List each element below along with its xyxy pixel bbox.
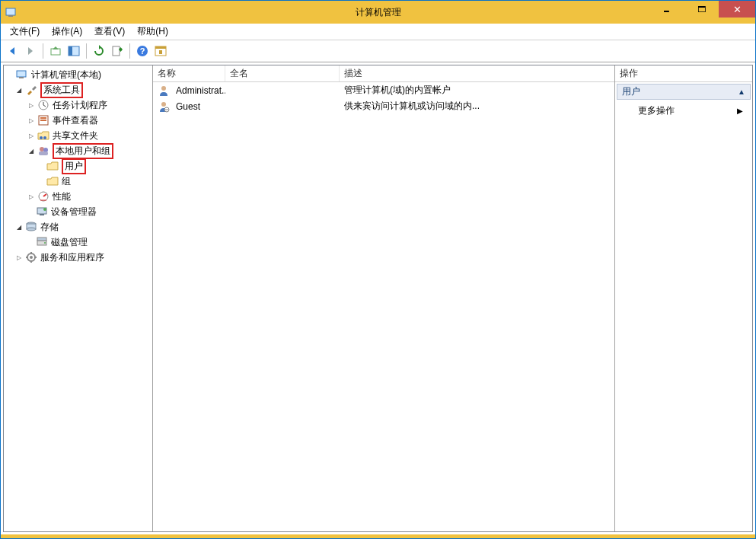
svg-point-18	[43, 136, 46, 139]
svg-rect-10	[159, 50, 162, 54]
svg-point-30	[44, 242, 46, 244]
tree-local-users-groups[interactable]: 本地用户和组	[53, 143, 113, 159]
col-description[interactable]: 描述	[340, 65, 614, 81]
tree-disk-management[interactable]: 磁盘管理	[51, 236, 88, 249]
svg-rect-12	[19, 77, 24, 78]
expand-toggle[interactable]	[27, 146, 36, 155]
svg-point-33	[30, 256, 33, 259]
chevron-right-icon: ▶	[737, 107, 743, 115]
tree-services-apps[interactable]: 服务和应用程序	[40, 251, 104, 264]
svg-point-34	[161, 86, 166, 91]
svg-point-35	[161, 102, 166, 107]
up-button[interactable]	[47, 43, 64, 59]
svg-rect-15	[40, 117, 46, 119]
shared-folder-icon	[37, 129, 49, 142]
menu-view[interactable]: 查看(V)	[88, 24, 131, 40]
tree-task-scheduler[interactable]: 任务计划程序	[53, 99, 107, 112]
svg-rect-11	[17, 71, 26, 77]
toolbar: ?	[1, 40, 755, 62]
close-button[interactable]: ✕	[719, 1, 755, 18]
col-fullname[interactable]: 全名	[225, 65, 340, 81]
collapse-icon: ▲	[738, 88, 745, 96]
actions-more[interactable]: 更多操作 ▶	[615, 101, 752, 120]
forward-button[interactable]	[22, 43, 39, 59]
toolbar-separator	[43, 43, 43, 59]
actions-pane: 操作 用户 ▲ 更多操作 ▶	[615, 65, 752, 531]
svg-rect-5	[113, 46, 120, 56]
disk-icon	[36, 236, 48, 248]
svg-point-19	[40, 147, 44, 151]
user-icon	[158, 100, 170, 113]
tree-storage[interactable]: 存储	[40, 221, 59, 234]
expand-toggle[interactable]	[27, 131, 36, 140]
svg-point-17	[40, 136, 43, 139]
help-button[interactable]: ?	[134, 43, 151, 59]
user-name: Guest	[176, 101, 200, 112]
tree-users[interactable]: 用户	[62, 158, 86, 174]
svg-rect-16	[40, 120, 46, 121]
properties-button[interactable]	[152, 43, 169, 59]
menu-action[interactable]: 操作(A)	[46, 24, 88, 40]
svg-rect-9	[155, 46, 166, 49]
col-name[interactable]: 名称	[153, 65, 225, 81]
services-icon	[25, 251, 37, 263]
tree-event-viewer[interactable]: 事件查看器	[53, 114, 98, 127]
svg-rect-24	[40, 214, 44, 215]
expand-toggle[interactable]	[14, 222, 24, 231]
tree-system-tools[interactable]: 系统工具	[40, 82, 83, 98]
svg-point-25	[43, 208, 46, 211]
nav-tree-pane: 计算机管理(本地) 系统工具	[4, 65, 153, 531]
menubar: 文件(F) 操作(A) 查看(V) 帮助(H)	[1, 24, 755, 40]
toolbar-separator	[129, 43, 130, 59]
tree-groups[interactable]: 组	[62, 175, 71, 188]
users-groups-icon	[37, 145, 49, 157]
svg-rect-21	[39, 151, 48, 155]
back-button[interactable]	[4, 43, 21, 59]
tree-performance[interactable]: 性能	[53, 190, 71, 203]
storage-icon	[25, 221, 37, 233]
svg-rect-2	[51, 49, 60, 55]
expand-toggle[interactable]	[14, 253, 24, 262]
list-row[interactable]: Administrat... 管理计算机(域)的内置帐户	[153, 82, 614, 98]
menu-help[interactable]: 帮助(H)	[131, 24, 174, 40]
actions-section[interactable]: 用户 ▲	[617, 84, 751, 100]
actions-more-label: 更多操作	[638, 104, 675, 117]
svg-point-28	[27, 228, 36, 231]
expand-toggle[interactable]	[27, 116, 36, 125]
window-controls: 🗕 🗖 ✕	[649, 1, 755, 18]
show-pane-button[interactable]	[65, 43, 82, 59]
svg-rect-4	[69, 46, 72, 56]
event-viewer-icon	[37, 114, 49, 126]
actions-header: 操作	[615, 65, 752, 82]
export-button[interactable]	[109, 43, 126, 59]
list-body: Administrat... 管理计算机(域)的内置帐户 Guest 供来宾访问…	[153, 82, 614, 114]
expand-toggle[interactable]	[27, 192, 36, 201]
workspace: 计算机管理(本地) 系统工具	[3, 65, 753, 532]
refresh-button[interactable]	[91, 43, 107, 59]
menu-file[interactable]: 文件(F)	[4, 24, 46, 40]
minimize-button[interactable]: 🗕	[649, 1, 684, 18]
user-desc: 管理计算机(域)的内置帐户	[340, 84, 614, 97]
svg-rect-31	[37, 238, 46, 241]
expand-toggle[interactable]	[27, 100, 36, 110]
folder-icon	[46, 175, 59, 187]
tree-device-manager[interactable]: 设备管理器	[51, 206, 97, 218]
expand-toggle[interactable]	[14, 85, 24, 94]
maximize-button[interactable]: 🗖	[684, 1, 719, 18]
window-title: 计算机管理	[1, 6, 755, 19]
tools-icon	[25, 84, 37, 96]
titlebar: 计算机管理 🗕 🗖 ✕	[1, 1, 755, 24]
performance-icon	[37, 190, 49, 203]
folder-icon	[46, 160, 59, 172]
svg-text:?: ?	[140, 46, 145, 56]
nav-tree[interactable]: 计算机管理(本地) 系统工具	[4, 67, 152, 265]
user-icon	[158, 85, 170, 97]
tree-root[interactable]: 计算机管理(本地)	[31, 69, 101, 81]
toolbar-separator	[86, 43, 87, 59]
tree-shared-folders[interactable]: 共享文件夹	[53, 129, 98, 142]
clock-icon	[37, 99, 49, 111]
actions-section-label: 用户	[622, 85, 640, 98]
list-row[interactable]: Guest 供来宾访问计算机或访问域的内...	[153, 98, 614, 114]
list-header: 名称 全名 描述	[153, 65, 614, 82]
computer-icon	[16, 69, 28, 81]
